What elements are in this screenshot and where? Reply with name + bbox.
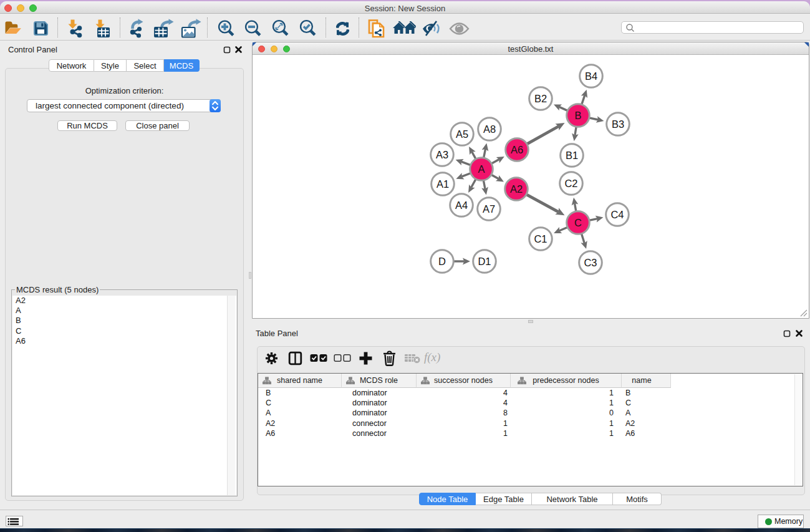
svg-text:A3: A3 [436,149,448,160]
svg-text:C2: C2 [564,178,577,189]
svg-text:C3: C3 [584,257,597,268]
svg-text:A1: A1 [436,178,449,190]
svg-text:A8: A8 [483,123,496,135]
svg-text:A2: A2 [510,183,523,195]
svg-text:B1: B1 [566,150,578,161]
svg-text:B2: B2 [534,93,547,104]
svg-text:C: C [574,217,582,228]
svg-text:D: D [438,256,446,267]
svg-text:A5: A5 [456,128,468,140]
svg-text:D1: D1 [478,256,491,267]
svg-text:A: A [478,163,485,175]
svg-text:B: B [574,110,581,121]
svg-text:A4: A4 [455,200,468,211]
svg-text:C1: C1 [534,233,547,244]
svg-text:B4: B4 [585,70,597,82]
svg-text:C4: C4 [610,209,624,220]
svg-text:A6: A6 [511,144,523,155]
svg-text:B3: B3 [612,118,624,130]
svg-text:A7: A7 [483,203,495,215]
